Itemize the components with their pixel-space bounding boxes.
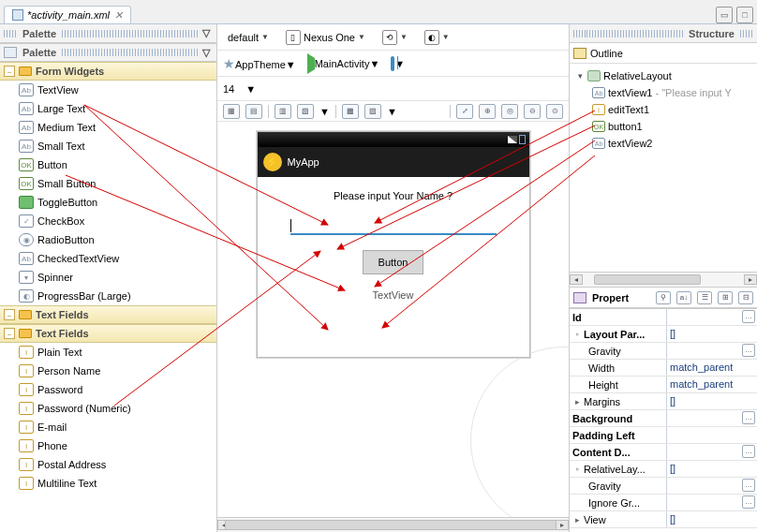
categorize-icon[interactable]: ☰	[697, 291, 712, 304]
more-icon[interactable]: …	[742, 495, 755, 509]
collapse-icon[interactable]: –	[4, 328, 15, 339]
prop-row-gravity[interactable]: Gravity…	[570, 343, 757, 360]
palette-item-small-button[interactable]: OKSmall Button	[0, 174, 216, 193]
prop-row-gravity2[interactable]: Gravity…	[570, 478, 757, 495]
close-icon[interactable]: ✕	[113, 10, 123, 20]
palette-item-checkbox[interactable]: ✓CheckBox	[0, 212, 216, 230]
palette-item-label: Small Text	[37, 140, 85, 152]
horizontal-scrollbar[interactable]: ◂ ▸	[217, 517, 569, 532]
palette-item-radiobutton[interactable]: ◉RadioButton	[0, 230, 216, 249]
prop-row-layoutparams[interactable]: ▫Layout Par...[]	[570, 326, 757, 343]
palette-item-label: Person Name	[37, 365, 100, 377]
device-dropdown[interactable]: ▯Nexus One▼	[281, 27, 370, 48]
palette-item-email[interactable]: IE-mail	[0, 418, 216, 436]
preview-button1[interactable]: Button	[363, 250, 424, 274]
palette-item-label: Plain Text	[37, 347, 82, 358]
palette-item-small-text[interactable]: AbSmall Text	[0, 137, 216, 155]
sort-icon[interactable]: a↓	[676, 291, 691, 304]
config-dropdown[interactable]: default▼	[223, 29, 274, 46]
tree-node-relativelayout[interactable]: ▾ RelativeLayout	[571, 67, 755, 84]
distribute-button[interactable]: ▩	[342, 104, 359, 119]
prop-row-height[interactable]: Heightmatch_parent	[570, 377, 757, 393]
device-preview[interactable]: ⚡ MyApp Please input Your Name ? Button …	[257, 131, 530, 358]
prop-row-padding-left[interactable]: Padding Left	[570, 427, 757, 444]
tree-node-label: button1	[608, 121, 643, 132]
more-icon[interactable]: …	[742, 411, 755, 424]
tree-node-textview1[interactable]: AbtextView1 - "Please input Y	[571, 84, 755, 101]
more-icon[interactable]: …	[742, 310, 755, 323]
palette-filter-icon[interactable]	[4, 47, 17, 58]
prop-row-width[interactable]: Widthmatch_parent	[570, 360, 757, 377]
orientation-dropdown[interactable]: ⟲▼	[378, 27, 412, 48]
distribute-button[interactable]: ▨	[364, 104, 381, 119]
properties-title: Propert	[592, 292, 629, 303]
palette-item-large-text[interactable]: AbLarge Text	[0, 99, 216, 118]
more-icon[interactable]: …	[742, 479, 755, 492]
scroll-right-icon[interactable]: ▸	[556, 520, 569, 530]
tree-node-textview2[interactable]: AbtextView2	[571, 135, 755, 152]
prop-row-relativelayout[interactable]: ▫RelativeLay...[]	[570, 461, 757, 478]
palette-item-textview[interactable]: AbTextView	[0, 81, 216, 99]
palette-item-plain-text[interactable]: IPlain Text	[0, 343, 216, 362]
prop-row-id[interactable]: Id…	[570, 309, 757, 326]
prop-row-content-description[interactable]: Content D...…	[570, 444, 757, 461]
tree-node-button1[interactable]: OKbutton1	[571, 118, 755, 135]
palette-item-medium-text[interactable]: AbMedium Text	[0, 118, 216, 137]
palette-item-postal-address[interactable]: IPostal Address	[0, 455, 216, 474]
locale-dropdown[interactable]: ▼	[391, 58, 405, 69]
theme-dropdown[interactable]: ★AppTheme▼	[223, 56, 296, 71]
palette-item-button[interactable]: OKButton	[0, 155, 216, 174]
zoom-reset-button[interactable]: ◎	[501, 104, 518, 119]
night-dropdown[interactable]: ◐▼	[420, 27, 454, 48]
collapse-icon[interactable]: –	[4, 309, 15, 320]
palette-item-password[interactable]: IPassword	[0, 380, 216, 399]
palette-item-label: Password (Numeric)	[37, 403, 131, 414]
collapse-icon[interactable]: –	[4, 66, 15, 77]
api-dropdown[interactable]: 14▼	[223, 83, 256, 95]
palette-item-progressbar[interactable]: ◐ProgressBar (Large)	[0, 287, 216, 305]
preview-textview2[interactable]: TextView	[373, 289, 414, 301]
preview-textview1[interactable]: Please input Your Name ?	[334, 190, 453, 201]
palette-item-label: Large Text	[37, 103, 85, 114]
palette-category-text-fields[interactable]: – Text Fields	[0, 305, 216, 324]
maximize-button[interactable]: □	[736, 7, 753, 23]
expand-icon[interactable]: ⊞	[718, 291, 733, 304]
palette-item-spinner[interactable]: ▾Spinner	[0, 268, 216, 287]
prop-row-view[interactable]: ▸View[]	[570, 511, 757, 528]
minimize-button[interactable]: ▭	[716, 7, 733, 23]
palette-subcategory-text-fields[interactable]: – Text Fields	[0, 324, 216, 343]
editor-tab[interactable]: *activity_main.xml ✕	[4, 6, 131, 23]
toggle-bounds-button[interactable]: ▦	[223, 104, 240, 119]
more-icon[interactable]: …	[742, 344, 755, 357]
palette-item-person-name[interactable]: IPerson Name	[0, 362, 216, 380]
prop-row-ignore-gravity[interactable]: Ignore Gr...…	[570, 495, 757, 511]
palette-item-phone[interactable]: IPhone	[0, 436, 216, 455]
palette-item-checkedtextview[interactable]: AbCheckedTextView	[0, 249, 216, 268]
zoom-out-button[interactable]: ⊖	[524, 104, 541, 119]
prop-row-margins[interactable]: ▸Margins[]	[570, 393, 757, 410]
align-button[interactable]: ▧	[297, 104, 314, 119]
activity-dropdown[interactable]: MainActivity▼	[307, 58, 380, 69]
panel-chevron-icon[interactable]: ▽	[200, 47, 213, 59]
prop-row-background[interactable]: Background…	[570, 410, 757, 427]
outline-tree[interactable]: ▾ RelativeLayout AbtextView1 - "Please i…	[570, 64, 757, 154]
outline-scrollbar[interactable]: ◂ ▸	[570, 272, 757, 287]
tree-node-edittext1[interactable]: IeditText1	[571, 101, 755, 118]
palette-item-password-numeric[interactable]: IPassword (Numeric)	[0, 399, 216, 418]
collapse-icon[interactable]: ⊟	[738, 291, 753, 304]
more-icon[interactable]: …	[742, 445, 755, 458]
device-value: Nexus One	[304, 32, 355, 43]
zoom-actual-button[interactable]: ⊕	[479, 104, 496, 119]
palette-item-label: ToggleButton	[37, 197, 97, 208]
scroll-thumb[interactable]	[225, 520, 561, 530]
zoom-fit-button[interactable]: ⤢	[456, 104, 473, 119]
palette-item-multiline-text[interactable]: IMultiline Text	[0, 474, 216, 493]
zoom-in-button[interactable]: ⊙	[546, 104, 563, 119]
filter-icon[interactable]: ⚲	[656, 291, 671, 304]
palette-category-form-widgets[interactable]: – Form Widgets	[0, 62, 216, 81]
align-button[interactable]: ▥	[275, 104, 291, 119]
preview-edittext1[interactable]	[290, 216, 497, 235]
toggle-grid-button[interactable]: ▤	[245, 104, 262, 119]
panel-menu-icon[interactable]: ▽	[200, 27, 213, 39]
palette-item-togglebutton[interactable]: ToggleButton	[0, 193, 216, 212]
